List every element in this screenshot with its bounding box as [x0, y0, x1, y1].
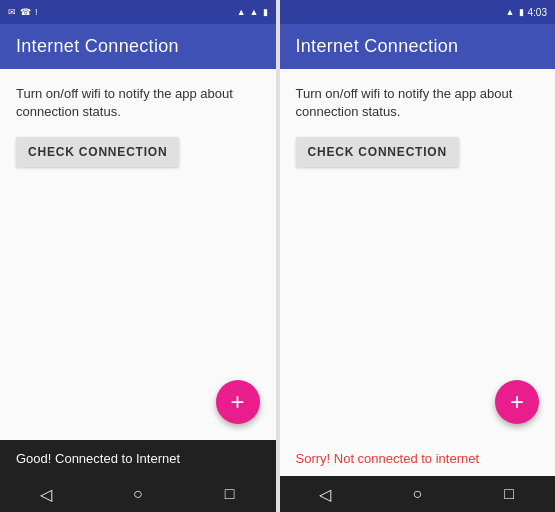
snackbar-text-1: Good! Connected to Internet [16, 451, 180, 466]
description-1: Turn on/off wifi to notify the app about… [16, 85, 260, 121]
time-display: 4:03 [528, 7, 547, 18]
content-area-2: Turn on/off wifi to notify the app about… [280, 69, 556, 440]
check-connection-button-1[interactable]: CHECK CONNECTION [16, 137, 179, 167]
status-bar-1: ✉ ☎ ! ▲ ▲ ▮ [0, 0, 276, 24]
fab-button-1[interactable]: + [216, 380, 260, 424]
check-connection-button-2[interactable]: CHECK CONNECTION [296, 137, 459, 167]
back-button-2[interactable]: ◁ [309, 478, 341, 510]
status-bar-2: ▲ ▮ 4:03 [280, 0, 556, 24]
app-bar-2: Internet Connection [280, 24, 556, 69]
app-title-1: Internet Connection [16, 36, 179, 56]
recent-button-2[interactable]: □ [493, 478, 525, 510]
back-button-1[interactable]: ◁ [30, 478, 62, 510]
status-bar-left-1: ✉ ☎ ! [8, 7, 38, 17]
alert-icon: ! [35, 7, 38, 17]
signal-bars-icon: ▲ [250, 7, 259, 17]
signal-bars-icon-2: ▲ [506, 7, 515, 17]
device-bottom-2: Sorry! Not connected to internet ◁ ○ □ [280, 440, 556, 512]
fab-button-2[interactable]: + [495, 380, 539, 424]
battery-icon-2: ▮ [519, 7, 524, 17]
nav-bar-2: ◁ ○ □ [280, 476, 556, 512]
home-button-2[interactable]: ○ [401, 478, 433, 510]
snackbar-1: Good! Connected to Internet [0, 440, 276, 476]
status-bar-right-2: ▲ ▮ 4:03 [506, 7, 547, 18]
msg-icon: ✉ [8, 7, 16, 17]
snackbar-text-2: Sorry! Not connected to internet [296, 451, 480, 466]
description-2: Turn on/off wifi to notify the app about… [296, 85, 540, 121]
nav-bar-1: ◁ ○ □ [0, 476, 276, 512]
snackbar-2: Sorry! Not connected to internet [280, 440, 556, 476]
battery-icon-1: ▮ [263, 7, 268, 17]
content-area-1: Turn on/off wifi to notify the app about… [0, 69, 276, 440]
phone-icon: ☎ [20, 7, 31, 17]
app-title-2: Internet Connection [296, 36, 459, 56]
home-button-1[interactable]: ○ [122, 478, 154, 510]
status-bar-right-1: ▲ ▲ ▮ [237, 7, 268, 17]
wifi-signal-icon: ▲ [237, 7, 246, 17]
recent-button-1[interactable]: □ [214, 478, 246, 510]
device-bottom-1: Good! Connected to Internet ◁ ○ □ [0, 440, 276, 512]
app-bar-1: Internet Connection [0, 24, 276, 69]
